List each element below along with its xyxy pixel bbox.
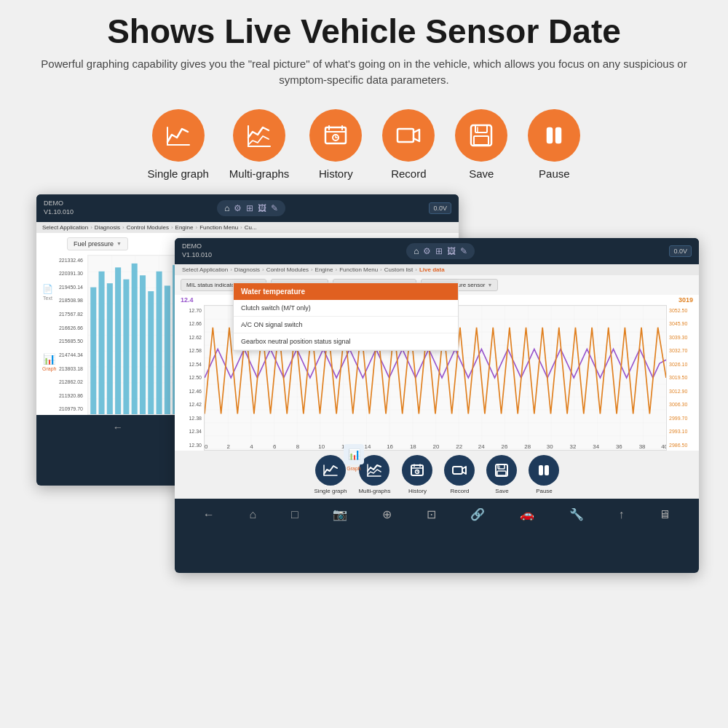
front-breadcrumb: Select Application › Diagnosis › Control… (175, 264, 699, 275)
orange-value: 3019 (678, 296, 693, 304)
history-label: History (319, 167, 353, 180)
history-icon (322, 122, 349, 149)
svg-rect-21 (123, 279, 129, 414)
dropdown-selected: Water temperature (234, 283, 458, 300)
record-icon-circle (382, 109, 435, 162)
svg-text:16: 16 (387, 443, 393, 449)
svg-text:34: 34 (593, 443, 599, 449)
tool-single-graph-btn[interactable] (315, 455, 346, 486)
sys-camera[interactable]: 📷 (333, 507, 347, 521)
features-row: Single graph Multi-graphs History (0, 96, 728, 187)
modules-icon[interactable]: ⊞ (246, 203, 253, 213)
svg-rect-24 (148, 291, 154, 414)
svg-rect-15 (556, 128, 561, 143)
back-btn[interactable]: ← (113, 422, 123, 433)
tool-save-label: Save (495, 488, 508, 494)
tool-save-btn[interactable] (486, 455, 517, 486)
tool-save[interactable]: Save (486, 455, 517, 494)
sys-crop[interactable]: ⊡ (427, 507, 436, 521)
svg-text:24: 24 (478, 443, 485, 449)
feature-history: History (309, 109, 362, 180)
svg-text:18: 18 (410, 443, 416, 449)
right-axis: 3052.50 3045.90 3039.30 3032.70 3026.10 … (667, 305, 699, 451)
tool-pause-icon (536, 462, 552, 478)
tool-save-icon (494, 462, 510, 478)
page-title: Shows Live Vehicle Sensor Date (29, 13, 699, 50)
tool-single-graph-icon (323, 462, 339, 478)
system-nav: ← ⌂ □ 📷 ⊕ ⊡ 🔗 🚗 🔧 ↑ 🖥 (175, 499, 699, 531)
back-voltage: 0.0V (429, 202, 451, 214)
tool-history-label: History (408, 488, 427, 494)
tool-multi-graphs-label: Multi-graphs (358, 488, 390, 494)
tool-history-btn[interactable] (402, 455, 432, 486)
back-navbar: ⌂ ⚙ ⊞ 🖼 ✎ (217, 200, 285, 216)
svg-rect-20 (115, 267, 121, 414)
svg-text:40: 40 (661, 443, 666, 449)
purple-value: 12.4 (181, 296, 194, 304)
sys-wrench[interactable]: 🔧 (569, 507, 584, 521)
fuel-pressure-dropdown[interactable]: Fuel pressure ▼ (67, 237, 128, 250)
tool-record-btn[interactable] (444, 455, 475, 486)
svg-rect-92 (539, 466, 542, 475)
left-axis: 12.70 12.66 12.62 12.58 12.54 12.50 12.4… (175, 305, 204, 451)
front-navbar: ⌂ ⚙ ⊞ 🖼 ✎ (406, 243, 475, 259)
home-icon[interactable]: ⌂ (224, 203, 229, 213)
tool-pause-btn[interactable] (529, 455, 559, 486)
feature-pause: Pause (528, 109, 580, 180)
svg-text:10: 10 (318, 443, 325, 449)
front-home-icon[interactable]: ⌂ (414, 246, 419, 256)
sys-rect[interactable]: □ (291, 508, 298, 521)
image-icon[interactable]: 🖼 (258, 203, 266, 213)
dropdown-item-3[interactable]: Gearbox neutral position status signal (234, 333, 458, 350)
svg-rect-87 (453, 467, 462, 474)
text-side-label: 📄 Text (42, 284, 53, 301)
save-icon (467, 122, 495, 149)
tool-multi-graphs-icon (366, 462, 382, 478)
svg-text:32: 32 (570, 443, 577, 449)
sys-planet[interactable]: ⊕ (382, 507, 392, 521)
bottom-toolbar: Single graph Multi-graphs (175, 451, 699, 499)
graph-side-label: 📊 Graph (42, 353, 56, 371)
tool-record-icon (451, 462, 467, 478)
dropdown-item-1[interactable]: Clutch switch (M/T only) (234, 300, 458, 317)
front-modules-icon[interactable]: ⊞ (435, 246, 443, 256)
svg-text:36: 36 (616, 443, 622, 449)
feature-multi-graphs: Multi-graphs (229, 109, 290, 180)
multi-graphs-icon (245, 122, 273, 149)
tool-record[interactable]: Record (444, 455, 475, 494)
sys-home[interactable]: ⌂ (250, 508, 257, 521)
sys-car[interactable]: 🚗 (520, 507, 534, 521)
sys-back[interactable]: ← (203, 508, 215, 521)
tool-pause-label: Pause (536, 488, 553, 494)
save-label: Save (469, 167, 494, 180)
y-axis-labels: 221332.46 220391.30 219450.14 218508.98 … (42, 255, 84, 415)
dropdown-item-2[interactable]: A/C ON signal switch (234, 317, 458, 333)
svg-text:22: 22 (456, 443, 462, 449)
svg-rect-12 (474, 136, 488, 145)
sys-up[interactable]: ↑ (618, 508, 624, 521)
svg-rect-22 (132, 263, 138, 414)
edit-icon[interactable]: ✎ (271, 203, 278, 213)
sys-display[interactable]: 🖥 (659, 508, 670, 521)
svg-rect-93 (545, 466, 548, 475)
svg-rect-17 (90, 287, 96, 414)
save-icon-circle (455, 109, 507, 162)
svg-text:4: 4 (250, 443, 253, 449)
screenshots-area: DEMO V1.10.010 ⌂ ⚙ ⊞ 🖼 ✎ 0.0V Select App… (15, 187, 713, 580)
feature-single-graph: Single graph (148, 109, 209, 180)
front-voltage: 0.0V (669, 245, 692, 257)
sys-link[interactable]: 🔗 (470, 507, 485, 521)
front-image-icon[interactable]: 🖼 (447, 246, 456, 256)
tool-history[interactable]: History (402, 455, 432, 494)
tool-pause[interactable]: Pause (529, 455, 559, 494)
svg-text:20: 20 (433, 443, 440, 449)
svg-rect-90 (497, 471, 506, 475)
front-edit-icon[interactable]: ✎ (460, 246, 467, 256)
front-settings-icon[interactable]: ⚙ (423, 246, 431, 256)
settings-icon[interactable]: ⚙ (234, 203, 242, 213)
svg-rect-19 (107, 283, 113, 414)
single-graph-label: Single graph (148, 167, 209, 180)
tool-single-graph[interactable]: Single graph (314, 455, 347, 494)
svg-rect-25 (157, 271, 162, 414)
record-icon (395, 122, 422, 149)
